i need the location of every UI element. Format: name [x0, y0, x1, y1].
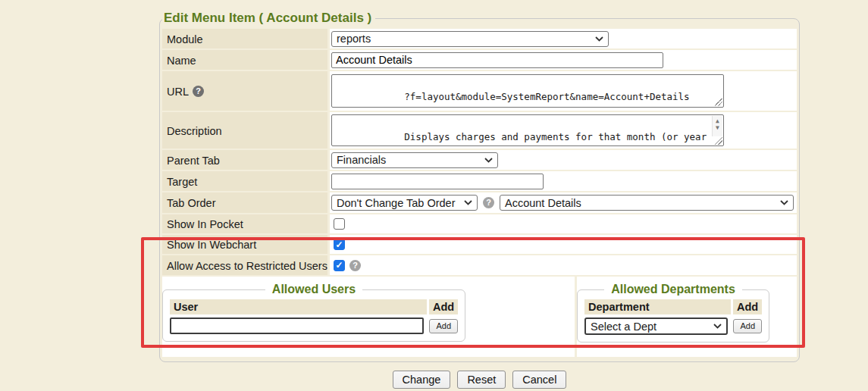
show-in-webchart-label: Show In Webchart — [162, 235, 327, 254]
target-label: Target — [162, 171, 327, 191]
tab-order-select[interactable]: Don't Change Tab Order — [331, 195, 478, 211]
tab-order-row: Tab Order Don't Change Tab Order ? Accou… — [162, 192, 797, 213]
scroll-down-icon[interactable]: ▼ — [716, 124, 719, 131]
user-column-header: User — [170, 299, 427, 314]
description-value-cell: Displays charges and payments for that m… — [330, 112, 797, 149]
description-textarea-value: Displays charges and payments for that m… — [336, 131, 713, 146]
department-select-value: Select a Dept — [591, 321, 656, 333]
allow-restricted-label: Allow Access to Restricted Users — [162, 255, 327, 275]
allowed-departments-cell: Allowed Departments Department Add Selec… — [577, 277, 797, 357]
parent-tab-select-value: Financials — [337, 154, 386, 166]
show-in-pocket-label: Show In Pocket — [162, 214, 327, 233]
cancel-button[interactable]: Cancel — [512, 371, 566, 389]
user-input[interactable] — [170, 317, 424, 334]
tab-order-label: Tab Order — [162, 192, 327, 213]
allow-restricted-checkbox[interactable]: ✓ — [334, 260, 345, 271]
description-label: Description — [162, 112, 327, 149]
url-textarea[interactable]: ?f=layout&module=SystemReport&name=Accou… — [331, 74, 724, 108]
module-select[interactable]: reports — [331, 31, 609, 47]
chevron-down-icon — [713, 324, 722, 329]
description-textarea[interactable]: Displays charges and payments for that m… — [331, 114, 724, 146]
allowed-departments-fieldset: Allowed Departments Department Add Selec… — [577, 283, 769, 343]
allowed-departments-input-row: Select a Dept Add — [584, 317, 762, 335]
module-row: Module reports — [162, 29, 797, 48]
url-label: URL — [167, 86, 189, 98]
chevron-down-icon — [780, 200, 788, 205]
change-button[interactable]: Change — [393, 371, 451, 389]
show-in-pocket-row: Show In Pocket ✓ — [162, 214, 797, 233]
name-input[interactable] — [331, 52, 663, 68]
allowed-departments-table-header: Department Add — [584, 299, 762, 314]
edit-menu-item-fieldset: Edit Menu Item ( Account Details ) Modul… — [159, 11, 800, 362]
chevron-down-icon — [595, 36, 603, 42]
allowed-users-cell: Allowed Users User Add Add — [162, 277, 575, 357]
scrollbar[interactable]: ▲ ▼ — [712, 116, 722, 136]
allowed-users-input-row: Add — [170, 317, 458, 334]
scroll-up-icon[interactable]: ▲ — [716, 117, 719, 124]
module-value-cell: reports — [330, 29, 797, 48]
resize-handle-icon[interactable] — [715, 137, 722, 145]
name-row: Name — [162, 50, 797, 70]
parent-tab-label: Parent Tab — [162, 150, 327, 170]
target-input[interactable] — [331, 174, 544, 189]
department-column-header: Department — [584, 299, 731, 314]
tab-order-item-select-value: Account Details — [505, 197, 581, 209]
name-value-cell — [330, 50, 797, 70]
tab-order-item-select[interactable]: Account Details — [500, 195, 794, 211]
target-value-cell — [330, 171, 797, 191]
target-row: Target — [162, 171, 797, 191]
checkmark-icon: ✓ — [335, 240, 343, 249]
edit-menu-item-form: Edit Menu Item ( Account Details ) Modul… — [159, 11, 800, 389]
url-textarea-value: ?f=layout&module=SystemReport&name=Accou… — [404, 91, 689, 102]
form-actions: Change Reset Cancel — [159, 371, 800, 389]
url-value-cell: ?f=layout&module=SystemReport&name=Accou… — [330, 71, 797, 111]
reset-button[interactable]: Reset — [457, 371, 506, 389]
add-user-button[interactable]: Add — [429, 319, 458, 333]
parent-tab-row: Parent Tab Financials — [162, 150, 797, 170]
tab-order-select-value: Don't Change Tab Order — [337, 197, 455, 209]
resize-handle-icon[interactable] — [715, 99, 722, 106]
allow-restricted-help-icon[interactable]: ? — [349, 260, 361, 271]
parent-tab-value-cell: Financials — [330, 150, 797, 170]
show-in-pocket-value-cell: ✓ — [330, 214, 797, 233]
tab-order-help-icon[interactable]: ? — [483, 197, 494, 208]
url-row: URL ? ?f=layout&module=SystemReport&name… — [162, 71, 797, 111]
show-in-webchart-checkbox[interactable]: ✓ — [334, 239, 345, 250]
allowed-users-title: Allowed Users — [265, 283, 362, 296]
url-label-cell: URL ? — [162, 71, 327, 111]
parent-tab-select[interactable]: Financials — [331, 152, 498, 168]
allowed-users-fieldset: Allowed Users User Add Add — [162, 283, 465, 342]
show-in-webchart-row: Show In Webchart ✓ — [162, 235, 797, 254]
add-column-header: Add — [429, 299, 458, 314]
chevron-down-icon — [464, 200, 472, 205]
module-select-value: reports — [337, 33, 371, 45]
add-column-header: Add — [733, 299, 762, 314]
form-title: Edit Menu Item ( Account Details ) — [162, 11, 375, 26]
checkmark-icon: ✓ — [335, 261, 343, 270]
department-select[interactable]: Select a Dept — [584, 317, 728, 335]
show-in-pocket-checkbox[interactable]: ✓ — [334, 218, 345, 230]
allowed-users-table-header: User Add — [170, 299, 458, 314]
allowed-departments-title: Allowed Departments — [604, 283, 742, 296]
allow-restricted-row: Allow Access to Restricted Users ✓ ? — [162, 255, 797, 275]
name-label: Name — [162, 50, 327, 70]
allowed-access-section: Allowed Users User Add Add Allowed Depa — [162, 277, 797, 357]
module-label: Module — [162, 29, 327, 48]
tab-order-value-cell: Don't Change Tab Order ? Account Details — [330, 192, 797, 213]
add-department-button[interactable]: Add — [733, 319, 762, 333]
page: Edit Menu Item ( Account Details ) Modul… — [0, 0, 868, 391]
description-row: Description Displays charges and payment… — [162, 112, 797, 149]
url-help-icon[interactable]: ? — [193, 86, 204, 97]
show-in-webchart-value-cell: ✓ — [330, 235, 797, 254]
chevron-down-icon — [484, 158, 493, 163]
allow-restricted-value-cell: ✓ ? — [330, 255, 797, 275]
